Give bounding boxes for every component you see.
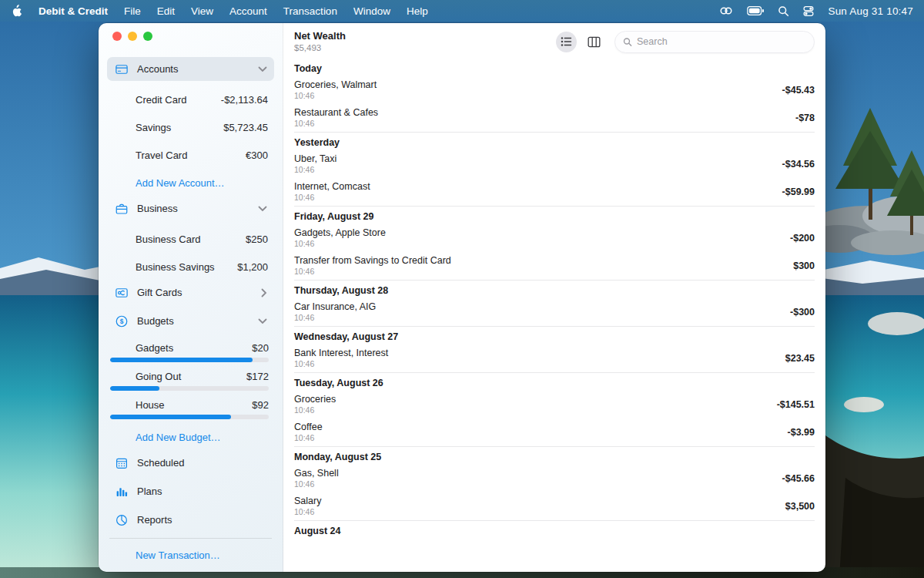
- transaction-group: Thursday, August 28 Car Insurance, AIG 1…: [294, 281, 815, 327]
- menu-account[interactable]: Account: [229, 5, 267, 17]
- transaction-time: 10:46: [294, 405, 777, 416]
- transaction-row[interactable]: Bank Interest, Interest 10:46 $23.45: [294, 344, 815, 372]
- transaction-row[interactable]: Groceries 10:46 -$145.51: [294, 391, 815, 418]
- menu-window[interactable]: Window: [353, 5, 390, 17]
- transaction-row[interactable]: Transfer from Savings to Credit Card 10:…: [294, 252, 815, 280]
- menu-help[interactable]: Help: [407, 5, 428, 17]
- transaction-amount: -$200: [790, 233, 815, 244]
- budget-name: Gadgets: [136, 342, 252, 354]
- list-view-button[interactable]: [556, 32, 577, 52]
- minimize-button[interactable]: [128, 32, 137, 41]
- main-content: Net Wealth $5,493: [283, 23, 825, 572]
- transaction-group: Today Groceries, Walmart 10:46 -$45.43 R…: [294, 59, 815, 133]
- sidebar-item-scheduled[interactable]: Scheduled: [107, 451, 274, 475]
- add-new-budget-button[interactable]: Add New Budget…: [99, 423, 283, 451]
- transaction-time: 10:46: [294, 313, 790, 324]
- sidebar-item-business[interactable]: Business: [107, 197, 274, 220]
- transaction-group: Wednesday, August 27 Bank Interest, Inte…: [294, 327, 815, 373]
- dollar-circle-icon: $: [115, 314, 129, 328]
- account-balance: €300: [246, 150, 268, 161]
- close-button[interactable]: [112, 32, 122, 41]
- sidebar: Accounts Credit Card -$2,113.64 Savings …: [99, 23, 283, 572]
- transaction-title: Salary: [294, 495, 785, 507]
- transaction-title: Groceries: [294, 393, 777, 405]
- sidebar-item-budgets[interactable]: $ Budgets: [107, 309, 274, 333]
- credit-card-icon: [115, 62, 129, 76]
- new-transaction-button[interactable]: New Transaction…: [99, 538, 283, 572]
- transaction-row[interactable]: Gas, Shell 10:46 -$45.66: [294, 465, 815, 492]
- transaction-time: 10:46: [294, 479, 782, 490]
- budget-progress-track: [110, 415, 269, 419]
- menu-view[interactable]: View: [191, 5, 213, 17]
- transaction-title: Gas, Shell: [294, 467, 782, 479]
- budget-row[interactable]: Going Out $172: [110, 366, 269, 395]
- sidebar-account-row[interactable]: Business Card $250: [99, 225, 283, 253]
- sidebar-account-row[interactable]: Savings $5,723.45: [99, 113, 283, 141]
- account-name: Travel Card: [136, 150, 246, 161]
- menu-bar: Debit & Credit File Edit View Account Tr…: [0, 0, 924, 22]
- pie-chart-icon: [115, 513, 129, 527]
- account-balance: $5,723.45: [223, 122, 268, 133]
- transaction-amount: -$45.43: [782, 85, 815, 96]
- sidebar-item-accounts[interactable]: Accounts: [107, 57, 274, 81]
- transaction-row[interactable]: Uber, Taxi 10:46 -$34.56: [294, 150, 815, 178]
- transaction-amount: -$45.66: [782, 473, 815, 484]
- transaction-group: Friday, August 29 Gadgets, Apple Store 1…: [294, 207, 815, 281]
- transaction-list: Today Groceries, Walmart 10:46 -$45.43 R…: [283, 59, 825, 572]
- budget-row[interactable]: Gadgets $20: [110, 338, 269, 366]
- sidebar-item-gift-cards[interactable]: Gift Cards: [107, 281, 274, 304]
- transaction-title: Groceries, Walmart: [294, 79, 782, 91]
- search-icon[interactable]: [778, 5, 789, 17]
- sidebar-item-plans[interactable]: Plans: [107, 479, 274, 503]
- transaction-title: Internet, Comcast: [294, 180, 782, 193]
- transaction-title: Uber, Taxi: [294, 153, 782, 165]
- search-glass-icon: [623, 37, 632, 47]
- zoom-button[interactable]: [143, 32, 152, 41]
- search-field[interactable]: [614, 31, 815, 53]
- account-name: Credit Card: [136, 94, 221, 106]
- apple-menu-icon[interactable]: [11, 5, 22, 18]
- date-header: Today: [294, 63, 815, 75]
- search-input[interactable]: [637, 36, 806, 47]
- transaction-title: Car Insurance, AIG: [294, 301, 790, 313]
- menu-file[interactable]: File: [124, 5, 141, 17]
- account-balance: -$2,113.64: [221, 94, 268, 106]
- transaction-amount: -$145.51: [777, 399, 815, 410]
- transaction-row[interactable]: Groceries, Walmart 10:46 -$45.43: [294, 76, 815, 104]
- menu-app-name[interactable]: Debit & Credit: [38, 5, 108, 17]
- transaction-amount: -$34.56: [782, 159, 815, 170]
- bar-chart-icon: [115, 485, 129, 499]
- menu-edit[interactable]: Edit: [157, 5, 175, 17]
- sidebar-account-row[interactable]: Credit Card -$2,113.64: [99, 86, 283, 113]
- menu-transaction[interactable]: Transaction: [283, 5, 337, 17]
- transaction-title: Transfer from Savings to Credit Card: [294, 254, 793, 267]
- control-center-icon[interactable]: [802, 5, 815, 17]
- chevron-right-icon: [261, 288, 267, 297]
- sidebar-account-row[interactable]: Travel Card €300: [99, 141, 283, 169]
- account-name: Business Savings: [136, 261, 237, 273]
- budget-row[interactable]: House $92: [110, 395, 269, 423]
- transaction-title: Restaurant & Cafes: [294, 106, 795, 119]
- transaction-row[interactable]: Restaurant & Cafes 10:46 -$78: [294, 104, 815, 132]
- sidebar-item-label: Gift Cards: [137, 287, 261, 298]
- chevron-down-icon: [258, 206, 267, 212]
- link-icon[interactable]: [718, 5, 734, 17]
- sidebar-account-row[interactable]: Business Savings $1,200: [99, 253, 283, 281]
- budget-progress-fill: [110, 386, 159, 391]
- transaction-row[interactable]: Salary 10:46 $3,500: [294, 492, 815, 520]
- transaction-row[interactable]: Internet, Comcast 10:46 -$59.99: [294, 178, 815, 206]
- column-view-button[interactable]: [584, 32, 604, 52]
- transaction-title: Bank Interest, Interest: [294, 347, 785, 359]
- transaction-row[interactable]: Car Insurance, AIG 10:46 -$300: [294, 298, 815, 326]
- gift-card-icon: [115, 286, 129, 300]
- sidebar-item-label: Plans: [137, 486, 267, 497]
- add-new-account-button[interactable]: Add New Account…: [99, 169, 283, 197]
- transaction-row[interactable]: Coffee 10:46 -$3.99: [294, 418, 815, 446]
- sidebar-item-reports[interactable]: Reports: [107, 508, 274, 532]
- net-wealth-block: Net Wealth $5,493: [294, 30, 346, 54]
- net-wealth-amount: $5,493: [294, 42, 346, 53]
- account-name: Business Card: [136, 234, 246, 245]
- menu-clock[interactable]: Sun Aug 31 10:47: [828, 5, 913, 17]
- battery-icon[interactable]: [747, 5, 765, 16]
- transaction-row[interactable]: Gadgets, Apple Store 10:46 -$200: [294, 224, 815, 252]
